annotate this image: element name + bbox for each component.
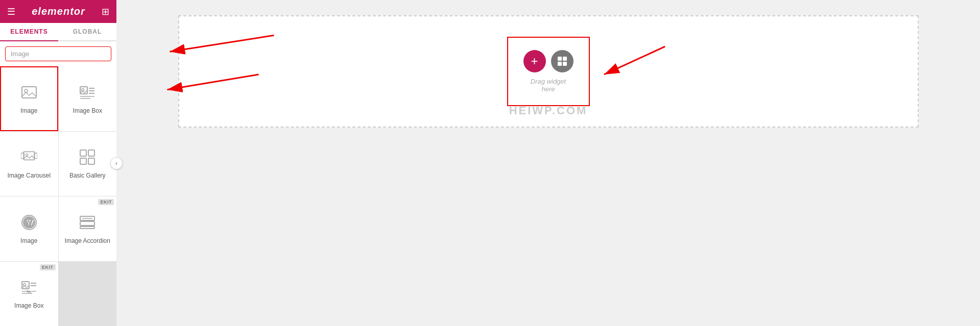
image-box-widget-icon — [79, 84, 95, 104]
widget-image-carousel[interactable]: Image Carousel — [0, 132, 58, 196]
search-bar — [0, 41, 116, 66]
watermark: HEIWP.COM — [509, 104, 588, 117]
svg-rect-13 — [80, 150, 86, 156]
accordion-widget-icon — [79, 214, 95, 234]
gallery-widget-icon — [79, 149, 95, 169]
svg-rect-22 — [80, 227, 94, 229]
widget-image-box-2[interactable]: EKIT Image Box — [0, 262, 58, 327]
search-input[interactable] — [5, 46, 111, 61]
grid-icon[interactable]: ⊞ — [102, 6, 109, 17]
widget-image-label: Image — [20, 107, 37, 115]
widget-image-accordion[interactable]: EKIT Image Accordion — [59, 196, 117, 261]
sidebar-wrapper: ☰ elementor ⊞ ELEMENTS GLOBAL — [0, 0, 116, 326]
elementor-logo: elementor — [32, 6, 85, 17]
widget-basic-gallery[interactable]: Basic Gallery — [59, 132, 117, 196]
widget-image-box-1-label: Image Box — [73, 107, 102, 115]
widget-image-wp-label: Image — [20, 237, 37, 245]
image-widget-icon — [21, 84, 37, 104]
widgets-grid: Image Image Box — [0, 66, 116, 326]
tab-global[interactable]: GLOBAL — [58, 23, 116, 40]
image-box2-widget-icon — [21, 279, 37, 299]
widget-image-box-2-label: Image Box — [14, 302, 43, 310]
svg-rect-33 — [558, 57, 562, 61]
svg-rect-9 — [23, 152, 34, 160]
add-section-button[interactable]: + — [523, 50, 546, 72]
svg-rect-36 — [563, 62, 567, 66]
template-button[interactable] — [551, 50, 573, 72]
widget-basic-gallery-label: Basic Gallery — [69, 172, 106, 180]
svg-point-12 — [26, 154, 28, 156]
sidebar-collapse-button[interactable]: ‹ — [110, 157, 123, 169]
widget-image-carousel-label: Image Carousel — [7, 172, 51, 180]
svg-rect-35 — [558, 62, 562, 66]
widget-image-accordion-label: Image Accordion — [65, 237, 110, 245]
svg-rect-21 — [80, 221, 94, 225]
canvas-area: + Drag widgethere HEIWP.COM — [178, 15, 919, 128]
svg-rect-14 — [88, 150, 94, 156]
sidebar-header: ☰ elementor ⊞ — [0, 0, 116, 23]
svg-rect-16 — [88, 158, 94, 164]
svg-rect-34 — [563, 57, 567, 61]
hamburger-icon[interactable]: ☰ — [7, 6, 15, 17]
wp-widget-icon: W — [21, 214, 37, 234]
svg-rect-0 — [22, 87, 36, 98]
drag-widget-box[interactable]: + Drag widgethere — [507, 37, 590, 106]
carousel-widget-icon — [21, 149, 37, 169]
svg-text:W: W — [26, 219, 32, 227]
svg-rect-15 — [80, 158, 86, 164]
drag-widget-label: Drag widgethere — [531, 78, 566, 93]
widget-image[interactable]: Image — [0, 66, 58, 131]
main-canvas: + Drag widgethere HEIWP.COM — [116, 0, 980, 326]
tab-elements[interactable]: ELEMENTS — [0, 23, 58, 41]
ekit-badge-imagebox2: EKIT — [40, 264, 56, 270]
ekit-badge-accordion: EKIT — [98, 199, 114, 205]
sidebar-tabs: ELEMENTS GLOBAL — [0, 23, 116, 41]
sidebar: ☰ elementor ⊞ ELEMENTS GLOBAL — [0, 0, 116, 326]
widget-image-box-1[interactable]: Image Box — [59, 66, 117, 131]
widget-image-wp[interactable]: W Image — [0, 196, 58, 261]
drag-widget-buttons: + — [523, 50, 573, 72]
